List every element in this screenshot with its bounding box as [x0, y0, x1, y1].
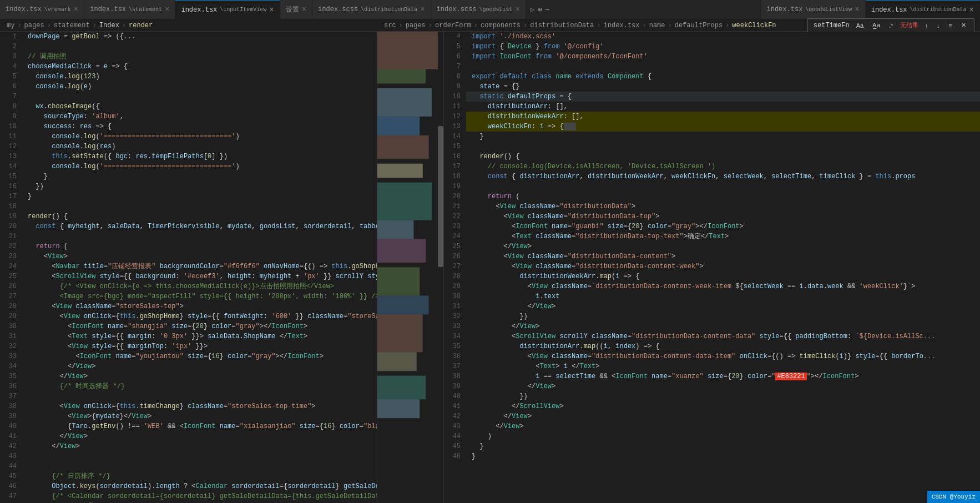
scrollbar-track[interactable] — [438, 32, 443, 503]
svg-rect-6 — [377, 183, 432, 220]
table-row: 41 </View> — [0, 431, 377, 441]
table-row: 36 <View className="distributionData-con… — [444, 351, 980, 361]
table-row: 21 — [0, 232, 377, 242]
find-label: setTimeFn — [814, 22, 850, 29]
breadcrumb-name[interactable]: name — [649, 22, 665, 29]
svg-rect-8 — [377, 239, 426, 263]
breadcrumb-render[interactable]: render — [129, 22, 153, 29]
minimap-svg — [377, 32, 438, 503]
tab-label: index.tsx — [181, 6, 217, 14]
close-icon[interactable]: × — [269, 6, 274, 14]
table-row: 43 — [0, 451, 377, 461]
table-row: 37 — [0, 391, 377, 401]
close-find-button[interactable]: ✕ — [958, 20, 969, 31]
table-row: 8 export default class name extends Comp… — [444, 72, 980, 82]
table-row: 24 <Text className="distributionData-top… — [444, 232, 980, 242]
main-layout: 1 downPage = getBool => ({... 2 3 // 调用拍… — [0, 32, 980, 503]
table-row: 14 console.log('========================… — [0, 162, 377, 172]
close-icon[interactable]: × — [516, 5, 520, 14]
table-row: 31 </View> — [444, 301, 980, 311]
prev-match-button[interactable]: ↑ — [922, 21, 932, 31]
breadcrumb-statement[interactable]: statement — [54, 22, 90, 29]
table-row: 9 sourceType: 'album', — [0, 112, 377, 122]
close-icon[interactable]: × — [420, 5, 425, 14]
svg-rect-11 — [377, 314, 423, 352]
svg-rect-0 — [377, 32, 438, 69]
table-row: 42 </View> — [444, 411, 980, 421]
run-icons: ▷ ⊞ ⋯ — [526, 6, 554, 14]
close-icon[interactable]: × — [969, 6, 974, 14]
table-row: 28 distributionWeekArr.map(i => { — [444, 271, 980, 281]
table-row: 33 <IconFont name="youjiantou" size={16}… — [0, 351, 377, 361]
table-row: 45 } — [444, 441, 980, 451]
close-icon[interactable]: × — [74, 5, 78, 14]
tab-goodslistview[interactable]: index.tsx \goodsListView × — [761, 0, 866, 19]
table-row: 38 <View onClick={this.timeChange} class… — [0, 401, 377, 411]
tab-vremark[interactable]: index.tsx \vremark × — [0, 0, 84, 19]
breadcrumb-pages[interactable]: pages — [24, 22, 44, 29]
breadcrumb-index[interactable]: Index — [99, 22, 119, 29]
breadcrumb-defaultprops[interactable]: defaultProps — [675, 22, 723, 29]
table-row: 35 distributionArr.map((i, index) => { — [444, 341, 980, 351]
table-row: 17 } — [0, 192, 377, 202]
table-row: 46 Object.keys(sorderdetail).length ? <C… — [0, 481, 377, 491]
tab-distributiondata-scss[interactable]: index.scss \distributionData × — [312, 0, 431, 19]
tab-goodslist-scss[interactable]: index.scss \goodsList × — [431, 0, 526, 19]
tab-inputitemview[interactable]: index.tsx \inputItemView × — [175, 0, 280, 19]
svg-rect-1 — [377, 69, 426, 83]
svg-rect-2 — [377, 88, 432, 117]
breadcrumb-pages2[interactable]: pages — [406, 22, 426, 29]
scrollbar-thumb[interactable] — [438, 126, 443, 268]
tab-distributiondata-tsx[interactable]: index.tsx \distributionData × — [866, 0, 980, 19]
tab-statement[interactable]: index.tsx \statement × — [84, 0, 175, 19]
aa-button[interactable]: Aa — [853, 21, 867, 31]
table-row: 16 render() { — [444, 152, 980, 162]
right-code-area[interactable]: 4 import './index.scss' 5 import { Devic… — [444, 32, 980, 503]
breadcrumb-distributiondata[interactable]: distributionData — [530, 22, 594, 29]
breadcrumb-orderform[interactable]: orderForm — [435, 22, 471, 29]
tab-settings[interactable]: 设置 × — [280, 0, 312, 19]
close-icon[interactable]: × — [855, 5, 859, 14]
table-row: 25 </View> — [444, 242, 980, 251]
table-row: 26 <View className="distributionData-con… — [444, 251, 980, 261]
table-row: 30 i.text — [444, 291, 980, 301]
table-row: 7 — [444, 62, 980, 72]
table-row: 7 — [0, 92, 377, 102]
table-row: 27 <Image src={bgc} mode="aspectFill" st… — [0, 291, 377, 301]
more-options-button[interactable]: ≡ — [946, 21, 956, 31]
table-row: 23 <View> — [0, 251, 377, 261]
table-row: 17 // console.log(Device.isAllScreen, 'D… — [444, 162, 980, 172]
table-row: 23 <IconFont name="guanbi" size={20} col… — [444, 222, 980, 232]
table-row: 41 </ScrollView> — [444, 401, 980, 411]
right-breadcrumb: src › pages › orderForm › components › d… — [383, 18, 974, 33]
find-widget: setTimeFn Aa A̲a .* 无结果 ↑ ↓ ≡ ✕ — [807, 18, 974, 33]
table-row: 22 return ( — [0, 242, 377, 251]
right-code-panel: 4 import './index.scss' 5 import { Devic… — [444, 32, 980, 503]
table-row: 20 return ( — [444, 192, 980, 202]
table-row: 11 distributionArr: [], — [444, 102, 980, 112]
breadcrumb-my[interactable]: my — [7, 22, 14, 29]
breadcrumb-weekclickfn[interactable]: weekClickFn — [732, 22, 776, 29]
tab-bar: index.tsx \vremark × index.tsx \statemen… — [0, 0, 980, 19]
table-row: 19 — [444, 182, 980, 192]
status-bar: CSDN @Youyiz — [927, 491, 980, 503]
regex-button[interactable]: .* — [886, 21, 896, 31]
svg-rect-10 — [377, 295, 429, 314]
breadcrumb-components[interactable]: components — [481, 22, 521, 29]
close-icon[interactable]: × — [165, 5, 169, 14]
table-row: 26 {/* <View onClick={e => this.chooseMe… — [0, 281, 377, 291]
match-case-button[interactable]: A̲a — [869, 20, 883, 31]
table-row: 13 this.setState({ bgc: res.tempFilePath… — [0, 152, 377, 162]
breadcrumb-indextsx[interactable]: index.tsx — [604, 22, 640, 29]
left-code-area[interactable]: 1 downPage = getBool => ({... 2 3 // 调用拍… — [0, 32, 377, 503]
table-row: 29 <View onClick={this.goShopHome} style… — [0, 311, 377, 321]
table-row: 37 <Text> i </Text> — [444, 361, 980, 371]
close-icon[interactable]: × — [302, 5, 306, 14]
breadcrumb-src[interactable]: src — [384, 22, 396, 29]
table-row: 43 </View> — [444, 421, 980, 431]
table-row: 36 {/* 时间选择器 */} — [0, 381, 377, 391]
tab-label: index.tsx — [6, 6, 42, 13]
table-row: 2 — [0, 42, 377, 52]
table-row: 13 weekClickFn: i => { — [444, 122, 980, 132]
next-match-button[interactable]: ↓ — [933, 21, 943, 31]
